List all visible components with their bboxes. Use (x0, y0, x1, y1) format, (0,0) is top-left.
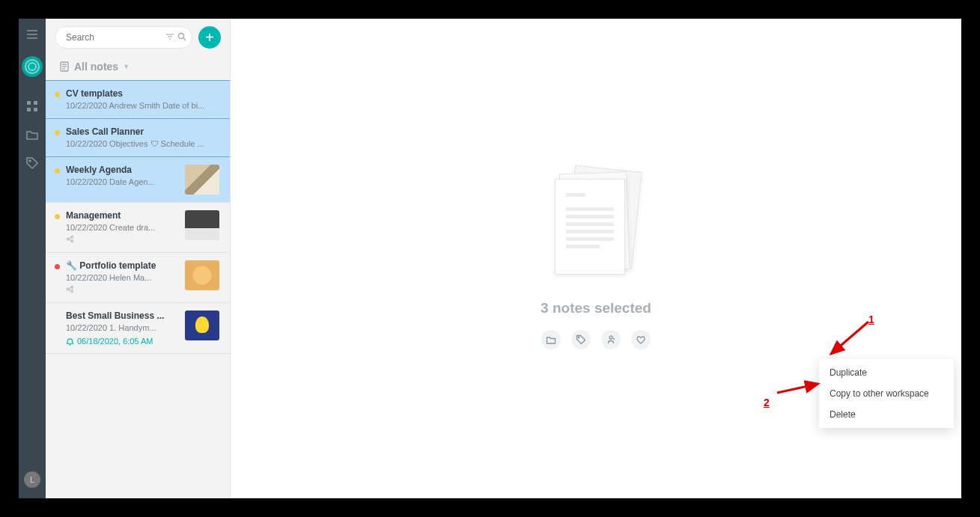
note-title: Weekly Agenda (66, 165, 179, 175)
svg-line-21 (69, 239, 71, 240)
avatar[interactable]: L (24, 471, 40, 488)
note-thumbnail (185, 260, 219, 290)
selection-count-label: 3 notes selected (541, 300, 651, 316)
folder-icon[interactable] (25, 128, 39, 141)
note-snippet: 10/22/2020 Andrew Smith Date of bi... (66, 101, 219, 110)
svg-rect-4 (34, 101, 37, 105)
note-snippet: 10/22/2020 Create dra... (66, 223, 179, 232)
note-title: CV templates (66, 88, 219, 99)
note-status-dot (55, 92, 60, 97)
note-status-dot (55, 214, 60, 219)
svg-point-22 (67, 288, 69, 290)
hamburger-icon[interactable] (25, 28, 39, 41)
notes-list[interactable]: CV templates10/22/2020 Andrew Smith Date… (46, 80, 230, 498)
sidebar: + All notes ▼ CV templates10/22/2020 And… (46, 19, 231, 498)
context-menu-item[interactable]: Delete (819, 404, 954, 425)
note-snippet: 10/22/2020 Objectives 🛡 Schedule ... (66, 139, 219, 148)
note-body: Best Small Business ...10/22/2020 1. Han… (66, 310, 179, 346)
share-icon (66, 235, 179, 245)
svg-point-17 (67, 238, 69, 240)
search-box (55, 26, 192, 49)
add-note-button[interactable]: + (198, 26, 221, 49)
note-title: Best Small Business ... (66, 310, 179, 321)
move-folder-button[interactable] (541, 330, 561, 349)
note-status-dot (55, 130, 60, 135)
annotation-2: 2 (764, 397, 770, 409)
search-icon[interactable] (177, 31, 186, 44)
tag-button[interactable] (571, 330, 591, 349)
note-body: CV templates10/22/2020 Andrew Smith Date… (66, 88, 219, 110)
context-menu-item[interactable]: Copy to other workspace (819, 383, 954, 404)
note-body: 🔧 Portfolio template10/22/2020 Helen Ma.… (66, 260, 179, 295)
app-logo-icon[interactable] (22, 56, 43, 77)
svg-rect-6 (34, 108, 37, 111)
note-reminder: 06/18/2020, 6:05 AM (66, 337, 179, 346)
note-body: Weekly Agenda10/22/2020 Date Agen... (66, 165, 179, 195)
notes-header-label: All notes (74, 61, 118, 73)
svg-point-23 (71, 286, 73, 288)
note-snippet: 10/22/2020 Helen Ma... (66, 273, 179, 282)
svg-point-18 (71, 236, 73, 238)
main-panel: 3 notes selected DuplicateCopy to other … (231, 19, 961, 498)
note-item[interactable]: CV templates10/22/2020 Andrew Smith Date… (46, 80, 230, 118)
note-item[interactable]: Management10/22/2020 Create dra... (46, 203, 230, 253)
svg-line-25 (69, 287, 71, 288)
note-snippet: 10/22/2020 1. Handym... (66, 323, 179, 332)
notes-list-header[interactable]: All notes ▼ (46, 55, 230, 80)
note-thumbnail (185, 165, 219, 195)
context-menu: DuplicateCopy to other workspaceDelete (819, 359, 954, 428)
note-title: Management (66, 210, 179, 221)
svg-line-26 (69, 290, 71, 290)
svg-rect-3 (27, 101, 31, 105)
action-row (541, 330, 651, 349)
note-item[interactable]: 🔧 Portfolio template10/22/2020 Helen Ma.… (46, 253, 230, 303)
svg-rect-5 (27, 108, 31, 111)
note-thumbnail (185, 210, 219, 240)
context-menu-item[interactable]: Duplicate (819, 362, 954, 383)
note-title: Sales Call Planner (66, 126, 219, 137)
note-item[interactable]: Weekly Agenda10/22/2020 Date Agen... (46, 156, 230, 203)
notes-stack-icon (555, 168, 637, 281)
share-icon (66, 285, 179, 295)
note-title: 🔧 Portfolio template (66, 260, 179, 271)
note-body: Management10/22/2020 Create dra... (66, 210, 179, 245)
svg-line-12 (183, 38, 186, 40)
filter-icon[interactable] (165, 31, 174, 44)
tag-icon[interactable] (25, 156, 39, 170)
svg-point-24 (71, 290, 73, 293)
app-window: L + All notes ▼ CV templates10/22/2020 A… (19, 19, 961, 498)
annotation-1: 1 (868, 313, 874, 325)
svg-point-28 (609, 336, 612, 339)
note-status-dot (55, 168, 60, 174)
svg-point-7 (29, 160, 31, 162)
svg-line-20 (69, 237, 71, 238)
note-item[interactable]: Best Small Business ...10/22/2020 1. Han… (46, 303, 230, 354)
note-thumbnail (185, 310, 219, 340)
grid-icon[interactable] (25, 100, 39, 113)
svg-point-19 (71, 240, 73, 242)
share-button[interactable] (601, 330, 621, 349)
chevron-down-icon: ▼ (123, 63, 130, 70)
note-item[interactable]: Sales Call Planner10/22/2020 Objectives … (46, 118, 230, 156)
note-status-dot (55, 264, 60, 269)
svg-point-11 (179, 34, 184, 39)
left-rail: L (19, 19, 46, 498)
note-snippet: 10/22/2020 Date Agen... (66, 177, 179, 186)
favorite-button[interactable] (631, 330, 651, 349)
svg-line-30 (777, 384, 818, 393)
note-body: Sales Call Planner10/22/2020 Objectives … (66, 126, 219, 148)
svg-point-27 (578, 337, 579, 338)
svg-line-29 (831, 322, 868, 354)
